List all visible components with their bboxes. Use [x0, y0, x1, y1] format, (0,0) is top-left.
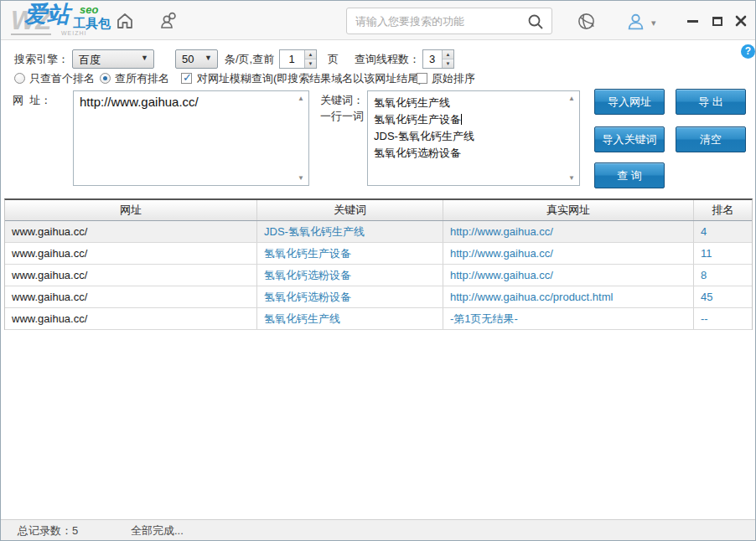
title-bar: WZ 爱站 seo 工具包 WEIZHI: [1, 1, 755, 40]
per-page-value: 50: [182, 53, 194, 65]
checkbox-original-order-label[interactable]: 原始排序: [432, 72, 475, 85]
chevron-down-icon: ▼: [205, 54, 212, 62]
checkbox-original-order[interactable]: [417, 73, 427, 84]
cell-url: www.gaihua.cc/: [5, 308, 257, 329]
table-row[interactable]: www.gaihua.cc/ 氢氧化钙生产设备 http://www.gaihu…: [5, 243, 752, 265]
stepper-down-icon[interactable]: ▼: [305, 59, 316, 68]
keyword-line: JDS-氢氧化钙生产线: [374, 128, 561, 145]
maximize-button[interactable]: [708, 13, 727, 29]
url-label: 网 址：: [13, 94, 51, 107]
per-page-label: 条/页,查前: [225, 53, 274, 66]
query-button[interactable]: 查 询: [594, 162, 665, 188]
stepper-down-icon[interactable]: ▼: [443, 59, 453, 68]
radio-first-rank-only[interactable]: [14, 73, 25, 84]
scrollbar[interactable]: ▲ ▼: [294, 91, 308, 185]
cell-keyword: 氢氧化钙选粉设备: [257, 265, 443, 286]
cell-real-url: http://www.gaihua.cc/product.html: [443, 286, 694, 307]
account-icon[interactable]: [625, 11, 645, 31]
stepper-up-icon[interactable]: ▲: [305, 50, 316, 59]
page-count-value: 1: [280, 53, 303, 65]
results-table: 网址 关键词 真实网址 排名 www.gaihua.cc/ JDS-氢氧化钙生产…: [4, 198, 753, 330]
scrollbar[interactable]: ▲ ▼: [565, 91, 578, 185]
threads-label: 查询线程数：: [355, 53, 420, 66]
cell-real-url: http://www.gaihua.cc/: [443, 221, 694, 242]
header-url[interactable]: 网址: [5, 200, 257, 220]
minimize-button[interactable]: [683, 13, 702, 29]
radio-first-rank-label[interactable]: 只查首个排名: [29, 72, 95, 85]
search-engine-label: 搜索引擎：: [14, 53, 69, 66]
per-page-select[interactable]: 50 ▼: [175, 49, 218, 69]
scroll-up-icon[interactable]: ▲: [568, 95, 575, 102]
keyword-sublabel: 一行一词: [320, 110, 364, 123]
cell-keyword: JDS-氢氧化钙生产线: [257, 221, 443, 242]
page-count-stepper[interactable]: 1 ▲ ▼: [279, 49, 317, 69]
cell-url: www.gaihua.cc/: [5, 221, 257, 242]
radio-all-ranks[interactable]: [100, 73, 111, 84]
keyword-line: 氢氧化钙生产设备: [374, 111, 561, 128]
keyword-line: 氢氧化钙选粉设备: [374, 145, 561, 162]
logo-aizhan: 爱站: [24, 3, 70, 26]
search-engine-value: 百度: [79, 53, 101, 68]
help-icon[interactable]: ?: [741, 44, 755, 59]
search-icon[interactable]: [526, 13, 545, 33]
keyword-textarea[interactable]: 氢氧化钙生产线 氢氧化钙生产设备 JDS-氢氧化钙生产线 氢氧化钙选粉设备 ▲ …: [367, 90, 580, 186]
account-caret-icon[interactable]: ▾: [651, 18, 656, 28]
cell-rank: 8: [694, 265, 752, 286]
page-label: 页: [328, 53, 339, 66]
table-row[interactable]: www.gaihua.cc/ 氢氧化钙选粉设备 http://www.gaihu…: [5, 286, 752, 308]
function-search-input[interactable]: [355, 8, 523, 33]
total-records: 总记录数：5: [18, 523, 78, 538]
import-keywords-button[interactable]: 导入关键词: [594, 126, 665, 152]
import-urls-button[interactable]: 导入网址: [594, 89, 665, 115]
table-row[interactable]: www.gaihua.cc/ JDS-氢氧化钙生产线 http://www.ga…: [5, 221, 752, 243]
chevron-down-icon: ▼: [141, 54, 148, 62]
header-rank[interactable]: 排名: [694, 200, 752, 220]
cell-keyword: 氢氧化钙选粉设备: [257, 286, 443, 307]
table-header-row: 网址 关键词 真实网址 排名: [5, 200, 752, 221]
keyword-label: 关键词：: [320, 94, 364, 107]
cell-rank: 4: [694, 221, 752, 242]
cell-rank: 11: [694, 243, 752, 264]
home-icon[interactable]: [115, 11, 135, 31]
url-value: http://www.gaihua.cc/: [80, 95, 290, 109]
cell-rank: 45: [694, 286, 752, 307]
logo-toolkit: 工具包: [73, 17, 111, 29]
total-records-label: 总记录数：: [18, 524, 72, 537]
cell-real-url: -第1页无结果-: [443, 308, 694, 329]
status-bar: 总记录数：5 全部完成...: [1, 519, 755, 540]
cell-real-url: http://www.gaihua.cc/: [443, 243, 694, 264]
threads-stepper[interactable]: 3 ▲ ▼: [422, 49, 454, 69]
radio-all-ranks-label[interactable]: 查所有排名: [115, 72, 169, 85]
network-globe-icon[interactable]: [577, 12, 597, 32]
scroll-down-icon[interactable]: ▼: [568, 174, 575, 182]
export-button[interactable]: 导 出: [676, 89, 746, 115]
checkbox-fuzzy-url[interactable]: [181, 73, 192, 84]
table-row[interactable]: www.gaihua.cc/ 氢氧化钙选粉设备 http://www.gaihu…: [5, 265, 752, 286]
header-keyword[interactable]: 关键词: [257, 200, 443, 220]
close-button[interactable]: [732, 13, 750, 29]
cell-keyword: 氢氧化钙生产设备: [257, 243, 443, 264]
cell-keyword: 氢氧化钙生产线: [257, 308, 443, 329]
scroll-down-icon[interactable]: ▼: [298, 174, 304, 182]
checkbox-fuzzy-url-label[interactable]: 对网址模糊查询(即搜索结果域名以该网址结尾): [197, 72, 422, 85]
stepper-up-icon[interactable]: ▲: [443, 50, 453, 59]
cell-url: www.gaihua.cc/: [5, 243, 257, 264]
cell-url: www.gaihua.cc/: [5, 265, 257, 286]
cell-rank: --: [694, 308, 752, 329]
header-real-url[interactable]: 真实网址: [443, 200, 694, 220]
cell-real-url: http://www.gaihua.cc/: [443, 265, 694, 286]
search-engine-select[interactable]: 百度 ▼: [72, 49, 154, 69]
scroll-up-icon[interactable]: ▲: [298, 95, 304, 102]
keyword-line: 氢氧化钙生产线: [374, 95, 561, 111]
app-window: WZ 爱站 seo 工具包 WEIZHI: [0, 0, 756, 541]
total-records-value: 5: [72, 524, 78, 537]
logo-seo: seo: [80, 4, 98, 15]
threads-value: 3: [423, 53, 441, 65]
user-search-icon[interactable]: [158, 11, 179, 31]
clear-button[interactable]: 清空: [676, 126, 746, 152]
cell-url: www.gaihua.cc/: [5, 286, 257, 307]
url-textarea[interactable]: http://www.gaihua.cc/ ▲ ▼: [73, 90, 309, 186]
function-search-box: [346, 8, 552, 34]
status-text: 全部完成...: [131, 523, 184, 538]
table-row[interactable]: www.gaihua.cc/ 氢氧化钙生产线 -第1页无结果- --: [5, 308, 752, 330]
